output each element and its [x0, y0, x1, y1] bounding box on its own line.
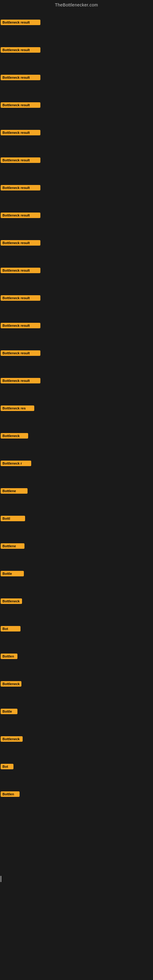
list-item: Bottleneck r — [0, 450, 153, 477]
list-item: Bottleneck res — [0, 395, 153, 422]
list-item: Bottle — [0, 698, 153, 725]
bottleneck-badge[interactable]: Bottlen — [1, 654, 18, 659]
list-item: Bottleneck result — [0, 36, 153, 64]
bottleneck-badge[interactable]: Bottleneck result — [1, 158, 40, 163]
bottleneck-badge[interactable]: Bottleneck res — [1, 406, 34, 411]
bottleneck-badge[interactable]: Bottlen — [1, 791, 19, 797]
list-item: Bottleneck — [0, 422, 153, 450]
bottleneck-badge[interactable]: Bot — [1, 764, 13, 769]
list-item: Bottl — [0, 505, 153, 532]
list-item: Bottleneck result — [0, 202, 153, 229]
bottleneck-badge[interactable]: Bottleneck result — [1, 378, 40, 383]
bottleneck-badge[interactable]: Bottleneck result — [1, 130, 40, 135]
list-item: Bottlene — [0, 532, 153, 560]
bottleneck-badge[interactable]: Bottleneck — [1, 598, 22, 604]
bottleneck-badge[interactable]: Bottleneck result — [1, 323, 40, 328]
list-item: Bottleneck result — [0, 64, 153, 91]
bottleneck-badge[interactable]: Bottleneck result — [1, 20, 40, 25]
bottleneck-badge[interactable]: Bottleneck result — [1, 102, 40, 108]
bottleneck-badge[interactable]: Bottleneck — [1, 433, 28, 439]
bottleneck-badge[interactable]: Bottleneck r — [1, 461, 31, 466]
list-item: Bottleneck — [0, 670, 153, 698]
bottleneck-badge[interactable]: Bottleneck result — [1, 295, 40, 301]
bottleneck-badge[interactable]: Bottleneck result — [1, 350, 40, 356]
list-item: Bottleneck result — [0, 146, 153, 174]
list-item: Bottleneck — [0, 587, 153, 615]
list-item: Bottleneck result — [0, 9, 153, 36]
list-item: Bottleneck result — [0, 229, 153, 257]
bottleneck-badge[interactable]: Bot — [1, 626, 21, 632]
list-item: Bottleneck result — [0, 257, 153, 284]
list-item: Bottleneck result — [0, 119, 153, 146]
list-item: Bottlen — [0, 780, 153, 808]
bottleneck-badge[interactable]: Bottleneck result — [1, 240, 40, 246]
list-item: Bottle — [0, 560, 153, 587]
bottleneck-badge[interactable]: Bottleneck result — [1, 47, 40, 52]
bottleneck-badge[interactable]: Bottl — [1, 516, 25, 521]
bottleneck-badge[interactable]: Bottlene — [1, 488, 27, 494]
list-item: Bottleneck result — [0, 91, 153, 119]
bottleneck-badge[interactable]: Bottleneck result — [1, 268, 40, 273]
list-item: Bot — [0, 753, 153, 780]
list-item: Bottlen — [0, 643, 153, 670]
bottleneck-badge[interactable]: Bottleneck result — [1, 185, 40, 191]
bottleneck-badge[interactable]: Bottleneck — [1, 736, 22, 742]
rows-container: Bottleneck result Bottleneck result Bott… — [0, 9, 153, 808]
bottleneck-badge[interactable]: Bottleneck result — [1, 75, 40, 80]
bottleneck-badge[interactable]: Bottle — [1, 709, 18, 714]
list-item: Bottleneck result — [0, 174, 153, 202]
bottleneck-badge[interactable]: Bottleneck result — [1, 213, 40, 218]
bottleneck-badge[interactable]: Bottlene — [1, 543, 24, 549]
list-item: Bottleneck result — [0, 339, 153, 367]
cursor-line — [1, 876, 1, 882]
list-item: Bottleneck result — [0, 284, 153, 312]
bottleneck-badge[interactable]: Bottle — [1, 571, 24, 576]
list-item: Bottleneck result — [0, 312, 153, 339]
site-title: TheBottlenecker.com — [0, 0, 153, 9]
list-item: Bottlene — [0, 477, 153, 505]
list-item: Bot — [0, 615, 153, 643]
bottleneck-badge[interactable]: Bottleneck — [1, 681, 21, 687]
list-item: Bottleneck — [0, 725, 153, 753]
list-item: Bottleneck result — [0, 367, 153, 395]
